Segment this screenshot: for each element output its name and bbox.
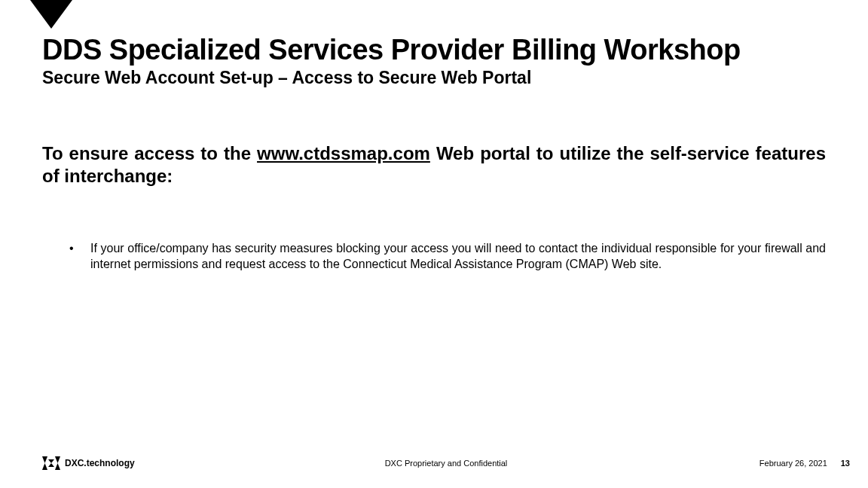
dxc-logo: DXC.technology [42, 456, 135, 470]
bullet-text: If your office/company has security meas… [90, 240, 826, 273]
svg-marker-5 [48, 463, 54, 467]
footer-right: February 26, 2021 13 [760, 459, 850, 468]
svg-marker-3 [55, 463, 60, 470]
footer-date: February 26, 2021 [760, 459, 827, 468]
portal-link[interactable]: www.ctdssmap.com [257, 143, 430, 163]
corner-triangle-icon [30, 0, 72, 29]
slide-footer: DXC.technology DXC Proprietary and Confi… [42, 456, 850, 470]
svg-marker-2 [55, 456, 60, 463]
svg-marker-1 [42, 463, 47, 470]
slide-title: DDS Specialized Services Provider Billin… [42, 35, 826, 66]
bullet-marker: • [69, 240, 90, 273]
dxc-logo-icon [42, 456, 60, 470]
page-number: 13 [841, 459, 850, 468]
svg-marker-4 [48, 459, 54, 463]
intro-prefix: To ensure access to the [42, 143, 257, 163]
slide-subtitle: Secure Web Account Set-up – Access to Se… [42, 68, 826, 88]
logo-text: DXC.technology [65, 458, 135, 468]
bullet-item: • If your office/company has security me… [42, 240, 826, 273]
footer-confidential: DXC Proprietary and Confidential [385, 459, 508, 468]
svg-marker-0 [42, 456, 47, 463]
slide-content: DDS Specialized Services Provider Billin… [42, 35, 826, 273]
intro-paragraph: To ensure access to the www.ctdssmap.com… [42, 142, 826, 188]
